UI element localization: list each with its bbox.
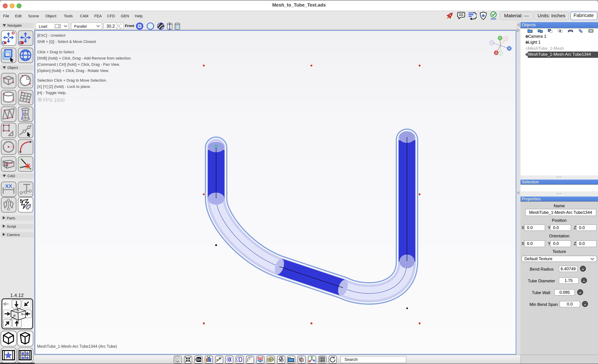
svg-text:Y: Y (499, 36, 501, 40)
svg-text:G: G (269, 358, 271, 361)
svg-text:X: X (490, 41, 492, 44)
svg-text:X: X (314, 360, 315, 362)
svg-text:Y: Y (499, 52, 501, 55)
svg-text:Y: Y (311, 356, 313, 358)
svg-text:Sh: Sh (197, 358, 201, 361)
svg-text:Z: Z (495, 51, 497, 55)
svg-text:Z: Z (505, 37, 506, 40)
svg-text:XX: XX (5, 183, 12, 189)
svg-text:X: X (508, 47, 510, 50)
svg-text:Z: Z (309, 360, 310, 362)
